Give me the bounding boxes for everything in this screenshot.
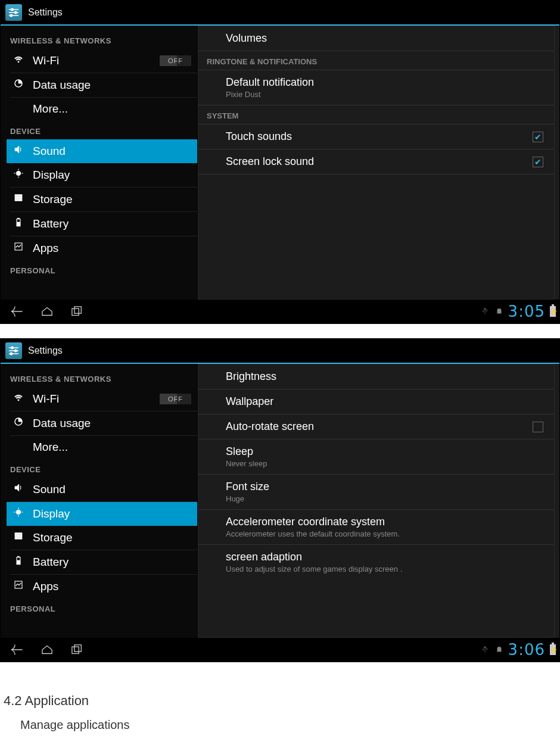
sidebar-item-sound[interactable]: Sound (7, 478, 197, 501)
touch-sounds-checkbox[interactable] (533, 132, 543, 142)
svg-rect-37 (18, 556, 20, 557)
app-title: Settings (28, 345, 63, 356)
sidebar-item-wifi[interactable]: Wi-Fi OFF (7, 49, 197, 73)
storage-label: Storage (33, 531, 73, 544)
wifi-toggle[interactable]: OFF (160, 394, 191, 404)
title-bar: Settings (1, 339, 559, 364)
sidebar-item-datausage[interactable]: Data usage (7, 411, 197, 435)
svg-rect-40 (72, 647, 79, 653)
usb-icon (481, 646, 489, 654)
title-bar: Settings (1, 1, 559, 26)
home-button[interactable] (34, 302, 60, 321)
sidebar-item-battery[interactable]: Battery (7, 212, 197, 236)
font-size-label: Font size (226, 481, 543, 493)
screenshot-display-settings: Settings WIRELESS & NETWORKS Wi-Fi OFF D… (0, 338, 560, 662)
sidebar-item-apps[interactable]: Apps (7, 236, 197, 260)
svg-rect-14 (15, 199, 22, 201)
detail-panel-sound: Volumes RINGTONE & NOTIFICATIONS Default… (197, 26, 559, 300)
sleep-label: Sleep (226, 445, 543, 458)
volumes-label: Volumes (226, 32, 543, 45)
settings-sidebar: WIRELESS & NETWORKS Wi-Fi OFF Data usage… (1, 364, 197, 638)
detail-item-touch-sounds[interactable]: Touch sounds (198, 124, 554, 149)
battery-label: Battery (33, 556, 69, 569)
detail-item-font-size[interactable]: Font size Huge (198, 475, 554, 510)
section-device: DEVICE (7, 121, 197, 139)
svg-rect-19 (72, 308, 79, 315)
storage-label: Storage (33, 193, 73, 206)
svg-rect-38 (17, 560, 20, 564)
sidebar-item-sound[interactable]: Sound (7, 139, 197, 163)
auto-rotate-checkbox[interactable] (533, 422, 543, 432)
clock: 3:06 (508, 641, 545, 659)
usb-icon (481, 307, 489, 316)
sidebar-item-storage[interactable]: Storage (7, 188, 197, 211)
detail-item-brightness[interactable]: Brightness (198, 364, 554, 389)
screen-adaption-sub: Used to adjust size of some games displa… (226, 565, 543, 573)
navigation-bar: 3:06 ⚡ (1, 638, 559, 662)
sidebar-item-more[interactable]: More... (7, 436, 197, 459)
data-usage-icon (10, 78, 27, 92)
document-body: 4.2 Application Manage applications (0, 676, 560, 742)
data-usage-icon (10, 416, 27, 430)
status-icons (481, 307, 503, 316)
back-button[interactable] (4, 302, 30, 321)
svg-point-5 (10, 14, 12, 16)
navigation-bar: 3:05 ⚡ (1, 300, 559, 323)
detail-item-wallpaper[interactable]: Wallpaper (198, 389, 554, 414)
detail-item-volumes[interactable]: Volumes (198, 26, 554, 51)
detail-panel-display: Brightness Wallpaper Auto-rotate screen … (197, 364, 559, 638)
svg-point-1 (11, 8, 13, 10)
recent-apps-button[interactable] (64, 640, 90, 659)
screen-lock-sound-checkbox[interactable] (533, 157, 543, 167)
wifi-label: Wi-Fi (33, 392, 59, 406)
settings-sidebar: WIRELESS & NETWORKS Wi-Fi OFF Data usage… (1, 26, 197, 300)
screen-adaption-label: screen adaption (226, 551, 543, 563)
status-icons (481, 646, 503, 654)
wallpaper-label: Wallpaper (226, 395, 543, 408)
section-wireless: WIRELESS & NETWORKS (7, 30, 197, 49)
storage-icon (10, 192, 27, 206)
wifi-icon (10, 54, 27, 67)
detail-item-screen-adaption[interactable]: screen adaption Used to adjust size of s… (198, 545, 554, 579)
detail-item-default-notification[interactable]: Default notification Pixie Dust (198, 70, 554, 105)
sidebar-item-datausage[interactable]: Data usage (7, 73, 197, 97)
detail-item-sleep[interactable]: Sleep Never sleep (198, 439, 554, 475)
display-label: Display (33, 507, 70, 520)
sound-icon (10, 482, 27, 496)
display-icon (10, 168, 27, 182)
detail-item-auto-rotate[interactable]: Auto-rotate screen (198, 414, 554, 439)
sidebar-item-display[interactable]: Display (7, 163, 197, 187)
detail-item-screen-lock-sound[interactable]: Screen lock sound (198, 149, 554, 174)
back-button[interactable] (4, 640, 30, 659)
accelerometer-sub: Accelerometer uses the default coordinat… (226, 529, 543, 538)
settings-app-icon (5, 342, 22, 359)
screenshot-sound-settings: Settings WIRELESS & NETWORKS Wi-Fi OFF D… (0, 0, 560, 324)
svg-rect-12 (15, 195, 22, 197)
sound-label: Sound (33, 145, 66, 158)
recent-apps-button[interactable] (64, 302, 90, 321)
svg-rect-17 (17, 222, 20, 226)
sound-label: Sound (33, 483, 66, 496)
home-button[interactable] (34, 640, 60, 659)
sidebar-item-storage[interactable]: Storage (7, 526, 197, 550)
usb-debug-icon (495, 646, 503, 654)
detail-item-accelerometer[interactable]: Accelerometer coordinate system Accelero… (198, 510, 554, 545)
brightness-label: Brightness (226, 370, 543, 383)
section-wireless: WIRELESS & NETWORKS (7, 369, 197, 387)
battery-status-icon: ⚡ (550, 644, 556, 655)
sidebar-item-apps[interactable]: Apps (7, 575, 197, 598)
svg-point-22 (11, 347, 13, 348)
svg-point-24 (15, 350, 17, 351)
data-usage-label: Data usage (33, 79, 91, 92)
svg-rect-13 (15, 197, 22, 199)
wifi-toggle[interactable]: OFF (160, 55, 191, 66)
sidebar-item-display[interactable]: Display (7, 502, 197, 526)
sidebar-item-wifi[interactable]: Wi-Fi OFF (7, 387, 197, 411)
battery-label: Battery (33, 217, 69, 230)
svg-rect-33 (15, 533, 22, 535)
usb-debug-icon (495, 307, 503, 316)
sidebar-item-battery[interactable]: Battery (7, 550, 197, 574)
default-notification-label: Default notification (226, 76, 543, 89)
sidebar-item-more[interactable]: More... (7, 98, 197, 121)
apps-label: Apps (33, 580, 58, 593)
